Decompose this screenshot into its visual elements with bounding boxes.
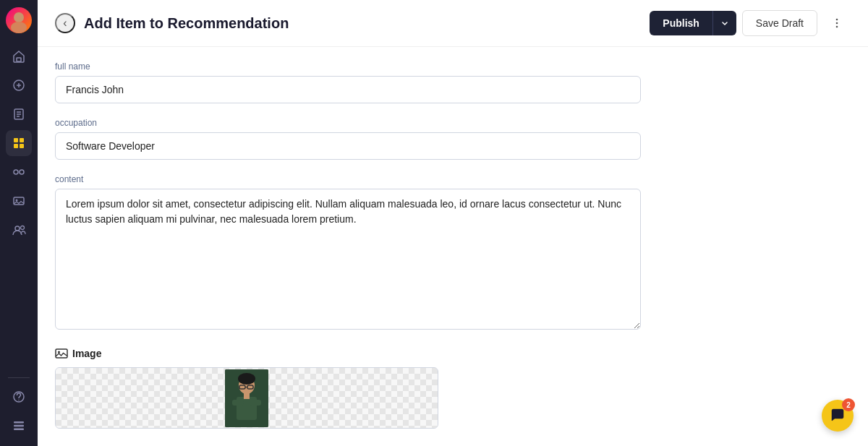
main-content: ‹ Add Item to Recommendation Publish Sav…	[38, 0, 868, 446]
header-actions: Publish Save Draft	[650, 10, 851, 36]
svg-point-27	[238, 373, 255, 385]
svg-point-22	[836, 26, 838, 28]
sidebar-item-pages[interactable]	[6, 101, 32, 127]
svg-point-20	[836, 19, 838, 21]
sidebar-item-home[interactable]	[6, 43, 32, 69]
sidebar-item-media[interactable]	[6, 188, 32, 214]
svg-rect-8	[20, 144, 24, 148]
image-group: Image	[55, 347, 851, 429]
svg-rect-32	[232, 400, 244, 406]
full-name-group: full name	[55, 61, 851, 103]
svg-point-24	[58, 351, 60, 353]
avatar[interactable]	[6, 7, 32, 33]
chat-badge: 2	[842, 398, 855, 411]
publish-dropdown-button[interactable]	[712, 11, 736, 35]
svg-point-16	[18, 400, 19, 400]
publish-button-group: Publish	[650, 11, 736, 35]
sidebar-item-grid[interactable]	[6, 130, 32, 156]
more-options-button[interactable]	[823, 11, 851, 35]
svg-point-10	[20, 170, 24, 174]
page-title: Add Item to Recommendation	[84, 15, 650, 32]
svg-point-12	[16, 200, 18, 202]
content-label: content	[55, 174, 851, 184]
sidebar-item-integrations[interactable]	[6, 159, 32, 185]
sidebar-item-help[interactable]	[6, 384, 32, 410]
svg-point-21	[836, 22, 838, 25]
sidebar-item-settings[interactable]	[6, 413, 32, 439]
svg-rect-23	[56, 349, 67, 358]
svg-point-0	[14, 12, 24, 22]
page-header: ‹ Add Item to Recommendation Publish Sav…	[38, 0, 868, 47]
full-name-input[interactable]	[55, 76, 641, 103]
svg-point-1	[11, 22, 27, 33]
svg-rect-6	[20, 138, 24, 142]
uploaded-image	[225, 369, 268, 427]
sidebar-item-team[interactable]	[6, 217, 32, 243]
content-textarea[interactable]: Lorem ipsum dolor sit amet, consectetur …	[55, 189, 641, 330]
occupation-group: occupation	[55, 118, 851, 160]
sidebar-divider	[8, 377, 30, 378]
occupation-label: occupation	[55, 118, 851, 128]
form-area: full name occupation content Lorem ipsum…	[38, 47, 868, 446]
save-draft-button[interactable]: Save Draft	[742, 10, 817, 36]
sidebar-item-blog[interactable]	[6, 72, 32, 98]
svg-rect-2	[17, 58, 21, 61]
svg-rect-19	[14, 429, 24, 431]
chat-float-button[interactable]: 2	[822, 400, 854, 432]
svg-rect-5	[14, 138, 18, 142]
image-upload-area[interactable]	[55, 367, 438, 429]
content-group: content Lorem ipsum dolor sit amet, cons…	[55, 174, 851, 333]
occupation-input[interactable]	[55, 132, 641, 160]
full-name-label: full name	[55, 61, 851, 72]
sidebar	[0, 0, 38, 446]
svg-rect-17	[14, 421, 24, 424]
image-label: Image	[55, 347, 851, 360]
back-button[interactable]: ‹	[55, 13, 75, 33]
svg-rect-34	[244, 393, 250, 399]
svg-rect-18	[14, 425, 24, 427]
publish-button[interactable]: Publish	[650, 11, 712, 35]
svg-point-13	[15, 226, 20, 231]
svg-point-14	[21, 226, 25, 230]
svg-rect-7	[14, 144, 18, 148]
svg-point-9	[14, 170, 18, 174]
svg-rect-33	[250, 400, 261, 406]
